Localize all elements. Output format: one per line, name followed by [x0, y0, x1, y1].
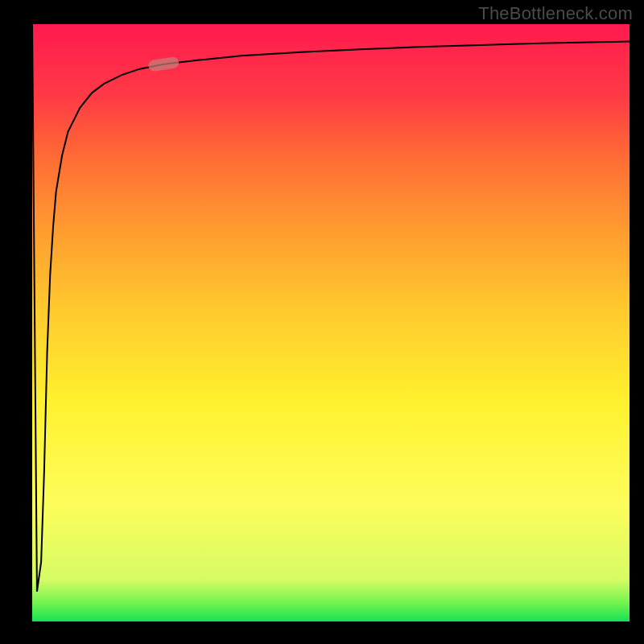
highlight-marker — [147, 56, 180, 72]
chart-frame: TheBottleneck.com — [0, 0, 644, 644]
bottleneck-curve — [32, 24, 630, 592]
curve-layer — [32, 24, 630, 621]
svg-rect-0 — [147, 56, 180, 72]
plot-area — [32, 24, 630, 621]
watermark-text: TheBottleneck.com — [478, 3, 633, 24]
